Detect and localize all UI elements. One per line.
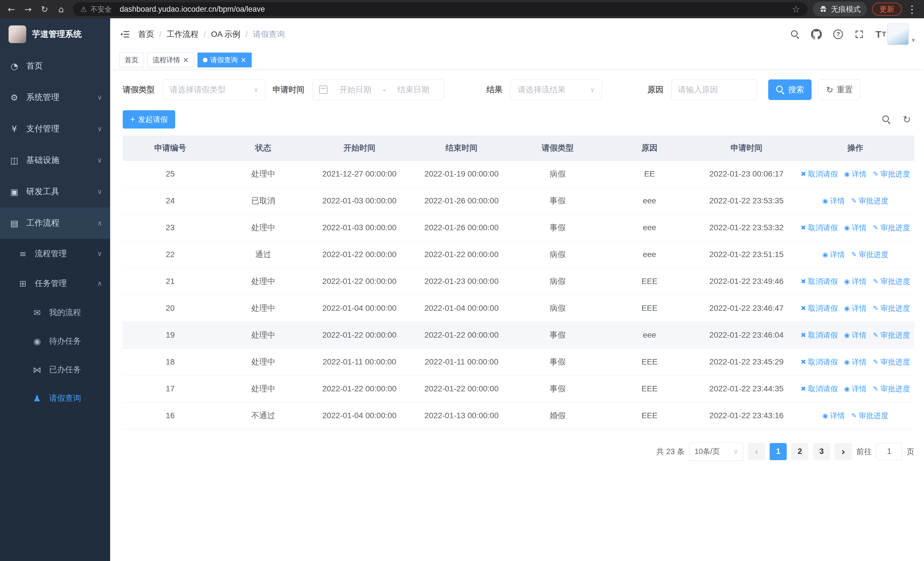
sidebar-item-home[interactable]: ◔首页 xyxy=(0,50,110,82)
detail-link[interactable]: ◉详情 xyxy=(822,250,845,260)
approval-progress-link[interactable]: ✎审批进度 xyxy=(873,303,910,313)
column-header: 开始时间 xyxy=(309,135,410,161)
cell-reason: EEE xyxy=(602,295,697,322)
page-button-2[interactable]: 2 xyxy=(791,443,808,460)
tab-process-detail[interactable]: 流程详情× xyxy=(147,53,194,68)
sidebar-item-done-tasks[interactable]: ⋈已办任务 xyxy=(0,355,110,384)
fold-icon xyxy=(119,29,131,40)
forward-icon[interactable]: → xyxy=(21,2,35,16)
reset-button-label: 重置 xyxy=(837,84,853,95)
cancel-leave-link[interactable]: ✖取消请假 xyxy=(801,357,837,367)
breadcrumb-item[interactable]: 请假查询 xyxy=(253,29,285,40)
close-icon[interactable]: × xyxy=(183,57,189,63)
breadcrumb-item[interactable]: OA 示例 xyxy=(211,29,240,40)
approval-progress-link[interactable]: ✎审批进度 xyxy=(873,277,910,286)
browser-menu-icon[interactable]: ⋮ xyxy=(907,3,917,15)
sidebar-item-label: 待办任务 xyxy=(49,335,102,346)
cancel-leave-link[interactable]: ✖取消请假 xyxy=(801,223,837,233)
approval-progress-link[interactable]: ✎审批进度 xyxy=(873,223,910,233)
reset-button[interactable]: ↻ 重置 xyxy=(818,80,860,100)
approval-progress-link[interactable]: ✎审批进度 xyxy=(851,250,888,260)
detail-link[interactable]: ◉详情 xyxy=(822,411,845,421)
detail-link[interactable]: ◉详情 xyxy=(844,357,867,367)
breadcrumb-item[interactable]: 首页 xyxy=(138,29,154,40)
search-icon xyxy=(776,85,785,94)
detail-link[interactable]: ◉详情 xyxy=(844,303,867,313)
reason-input[interactable] xyxy=(672,80,757,100)
home-icon[interactable]: ⌂ xyxy=(54,2,68,16)
cell-reason: EEE xyxy=(602,268,697,295)
detail-link[interactable]: ◉详情 xyxy=(844,223,867,233)
cell-id: 22 xyxy=(123,241,218,268)
detail-link[interactable]: ◉详情 xyxy=(844,277,867,286)
address-bar[interactable]: ⚠ 不安全 dashboard.yudao.iocoder.cn/bpm/oa/… xyxy=(73,2,808,16)
fullscreen-icon[interactable] xyxy=(854,29,864,39)
approval-progress-link[interactable]: ✎审批进度 xyxy=(851,411,888,421)
sidebar-item-leave-query[interactable]: ♟请假查询 xyxy=(0,384,110,412)
page-button-1[interactable]: 1 xyxy=(770,443,787,460)
cancel-leave-link[interactable]: ✖取消请假 xyxy=(801,330,837,340)
back-icon[interactable]: ← xyxy=(4,2,18,16)
apply-time-label: 申请时间 xyxy=(273,84,304,95)
chevron-down-icon: ∨ xyxy=(734,448,738,455)
detail-link[interactable]: ◉详情 xyxy=(822,196,845,206)
sidebar-item-workflow[interactable]: ▤工作流程∧ xyxy=(0,208,110,239)
table-search-icon[interactable] xyxy=(882,115,891,124)
browser-nav: ←→↻⌂ xyxy=(4,2,68,16)
sidebar-item-todo-tasks[interactable]: ◉待办任务 xyxy=(0,327,110,355)
bookmark-star-icon[interactable]: ☆ xyxy=(792,4,800,15)
tab-label: 流程详情 xyxy=(153,56,180,65)
table-refresh-icon[interactable]: ↻ xyxy=(903,114,911,125)
sidebar-item-infra[interactable]: ◫基础设施∨ xyxy=(0,144,110,176)
reload-icon[interactable]: ↻ xyxy=(38,2,51,16)
close-icon[interactable]: × xyxy=(240,57,246,63)
date-range-picker[interactable]: 开始日期 - 结束日期 xyxy=(312,80,444,100)
page-button-3[interactable]: 3 xyxy=(813,443,830,460)
sidebar-item-devtools[interactable]: ▣研发工具∨ xyxy=(0,176,110,208)
approval-progress-link[interactable]: ✎审批进度 xyxy=(873,384,910,394)
page-unit-label: 页 xyxy=(907,447,914,457)
sidebar-item-payment[interactable]: ¥支付管理∨ xyxy=(0,113,110,144)
cell-type: 事假 xyxy=(513,322,602,349)
prev-page-button[interactable]: ‹ xyxy=(748,443,765,460)
cell-status: 处理中 xyxy=(218,268,309,295)
tab-home[interactable]: 首页 xyxy=(119,53,144,68)
next-page-button[interactable]: › xyxy=(835,443,852,460)
search-button[interactable]: 搜索 xyxy=(768,80,812,100)
font-size-icon[interactable]: TT xyxy=(876,29,886,40)
detail-link[interactable]: ◉详情 xyxy=(844,384,867,394)
sidebar-item-task-mgmt[interactable]: ⊞任务管理∧ xyxy=(0,269,110,298)
help-icon[interactable]: ? xyxy=(833,29,843,39)
goto-page-input[interactable] xyxy=(876,443,902,460)
github-icon[interactable] xyxy=(811,29,822,40)
detail-link[interactable]: ◉详情 xyxy=(844,330,867,340)
approval-progress-link[interactable]: ✎审批进度 xyxy=(873,330,910,340)
result-select[interactable]: 请选择流结果 ∨ xyxy=(510,80,602,100)
sidebar-collapse-icon[interactable] xyxy=(119,29,131,40)
breadcrumb-item[interactable]: 工作流程 xyxy=(166,29,199,40)
sidebar-item-my-process[interactable]: ✉我的流程 xyxy=(0,298,110,327)
avatar[interactable] xyxy=(887,23,909,45)
approval-progress-link[interactable]: ✎审批进度 xyxy=(873,169,910,179)
cancel-leave-link[interactable]: ✖取消请假 xyxy=(801,303,837,313)
sidebar-item-system[interactable]: ⚙系统管理∨ xyxy=(0,82,110,113)
user-menu[interactable]: ▾ xyxy=(887,23,915,45)
tab-leave-query[interactable]: 请假查询× xyxy=(198,53,252,68)
table-body: 25处理中2021-12-27 00:00:002022-01-19 00:00… xyxy=(123,161,914,429)
create-leave-button[interactable]: + 发起请假 xyxy=(123,110,175,129)
cancel-leave-link[interactable]: ✖取消请假 xyxy=(801,384,837,394)
approval-progress-link[interactable]: ✎审批进度 xyxy=(873,357,910,367)
op-label: 详情 xyxy=(852,303,867,313)
approval-progress-link[interactable]: ✎审批进度 xyxy=(851,196,888,206)
app-logo[interactable]: 芋道管理系统 xyxy=(0,18,110,50)
search-icon[interactable] xyxy=(790,30,800,39)
leave-type-select[interactable]: 请选择请假类型 ∨ xyxy=(163,80,266,100)
sidebar-item-process-mgmt[interactable]: ≡流程管理∨ xyxy=(0,239,110,269)
page-size-select[interactable]: 10条/页 ∨ xyxy=(689,442,743,461)
detail-link[interactable]: ◉详情 xyxy=(844,169,867,179)
delete-icon: ✖ xyxy=(801,331,806,339)
cancel-leave-link[interactable]: ✖取消请假 xyxy=(801,277,837,286)
cancel-leave-link[interactable]: ✖取消请假 xyxy=(801,169,837,179)
table-row: 24已取消2022-01-03 00:00:002022-01-26 00:00… xyxy=(123,187,914,214)
update-button[interactable]: 更新 xyxy=(872,3,902,16)
